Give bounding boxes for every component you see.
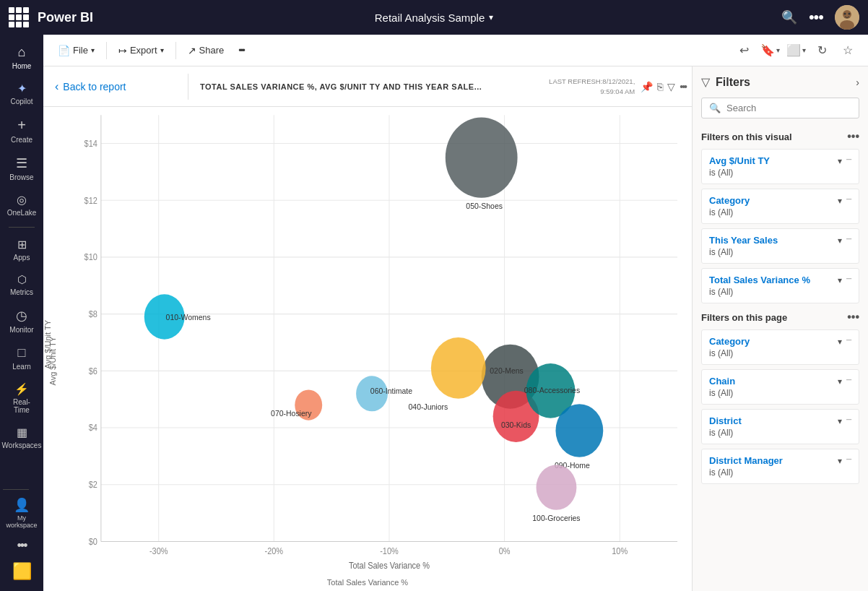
search-icon[interactable]: 🔍 <box>781 9 797 25</box>
sidebar-item-monitor[interactable]: ◷ Monitor <box>3 303 40 338</box>
top-nav: Power BI Retail Analysis Sample ▾ 🔍 ••• <box>0 0 868 35</box>
y-axis-label-text: Avg $/Unit TY <box>48 337 57 385</box>
filter-item-chain[interactable]: Chain ▾ ⎻ is (All) <box>701 369 859 405</box>
back-to-report-button[interactable]: ‹ Back to report <box>55 80 126 93</box>
share-button[interactable]: ↗ Share <box>182 41 230 60</box>
sidebar-item-browse[interactable]: ☰ Browse <box>3 151 40 186</box>
svg-text:$6: $6 <box>89 366 97 376</box>
filter-item-district-manager[interactable]: District Manager ▾ ⎻ is (All) <box>701 449 859 484</box>
bubble-050-Shoes[interactable] <box>446 117 518 197</box>
toolbar: 📄 File ▾ ↦ Export ▾ ↗ Share ••• ↩ 🔖▾ ⬜▾ … <box>43 35 868 66</box>
favorites-button[interactable]: ☆ <box>836 39 859 62</box>
filter-clear-icon[interactable]: ⎻ <box>846 156 851 166</box>
back-arrow-icon: ‹ <box>55 80 58 93</box>
breadcrumb-icons: 📌 ⎘ ▽ ••• <box>641 81 692 92</box>
filter-item-category[interactable]: Category ▾ ⎻ is (All) <box>701 329 859 365</box>
export-icon: ↦ <box>118 45 127 56</box>
filter-clear-icon[interactable]: ⎻ <box>846 337 851 347</box>
metrics-icon: ⬡ <box>17 273 27 286</box>
chart-area: Avg $/Unit TY -30%-20%-10%0%10%$0$2$4$6$… <box>43 107 692 591</box>
bubble-label-040-Juniors: 040-Juniors <box>408 402 448 412</box>
view-button[interactable]: ⬜▾ <box>784 39 807 62</box>
onelake-icon: ◎ <box>17 193 27 207</box>
sidebar-item-metrics[interactable]: ⬡ Metrics <box>3 269 40 301</box>
more-icon: ••• <box>17 538 27 553</box>
create-icon: + <box>17 117 26 134</box>
filter-clear-icon[interactable]: ⎻ <box>846 236 851 246</box>
x-axis-label: Total Sales Variance % <box>327 578 408 587</box>
waffle-menu[interactable] <box>9 7 29 27</box>
filter-icon[interactable]: ▽ <box>667 81 675 92</box>
bubble-label-100-Groceries: 100-Groceries <box>532 514 581 523</box>
filters-expand-icon[interactable]: › <box>856 77 859 88</box>
svg-text:10%: 10% <box>612 546 628 556</box>
more-options-icon[interactable]: ••• <box>809 8 823 27</box>
visual-filters-more-icon[interactable]: ••• <box>847 130 859 143</box>
pin-icon[interactable]: 📌 <box>641 81 653 92</box>
sidebar-item-create[interactable]: + Create <box>3 113 40 148</box>
bubble-label-080-Accessories: 080-Accessories <box>524 386 581 395</box>
share-label: Share <box>199 45 225 56</box>
sidebar-item-myworkspace[interactable]: 👤 My workspace <box>3 493 40 534</box>
y-axis-label-container: Avg $/Unit TY <box>45 166 60 556</box>
sidebar-item-realtime[interactable]: ⚡ Real-Time <box>3 378 40 418</box>
sidebar-item-apps[interactable]: ⊞ Apps <box>3 233 40 266</box>
svg-text:-30%: -30% <box>149 546 168 556</box>
copy-icon[interactable]: ⎘ <box>657 81 663 92</box>
visual-filters-section: Filters on this visual ••• <box>701 130 859 143</box>
filter-chevron-icon[interactable]: ▾ <box>838 376 842 387</box>
filter-clear-icon[interactable]: ⎻ <box>846 275 851 285</box>
filter-item-this-year-sales[interactable]: This Year Sales ▾ ⎻ is (All) <box>701 228 859 264</box>
sidebar-item-home-label: Home <box>12 62 32 70</box>
filters-search-icon: 🔍 <box>709 103 721 113</box>
more-visual-icon[interactable]: ••• <box>680 81 686 92</box>
filter-item-total-sales-variance-%[interactable]: Total Sales Variance % ▾ ⎻ is (All) <box>701 268 859 303</box>
filter-clear-icon[interactable]: ⎻ <box>846 456 851 466</box>
powerbi-logo-icon: 🟨 <box>12 562 32 581</box>
svg-text:$0: $0 <box>89 536 98 546</box>
filter-clear-icon[interactable]: ⎻ <box>846 416 851 426</box>
filter-item-district[interactable]: District ▾ ⎻ is (All) <box>701 409 859 444</box>
export-button[interactable]: ↦ Export ▾ <box>113 41 170 60</box>
filter-chevron-icon[interactable]: ▾ <box>838 337 842 347</box>
filter-item-avg-$/unit-ty[interactable]: Avg $/Unit TY ▾ ⎻ is (All) <box>701 149 859 184</box>
bubble-label-060-Intimate: 060-Intimate <box>370 386 412 395</box>
svg-text:$4: $4 <box>89 423 98 433</box>
breadcrumb-left: ‹ Back to report <box>43 80 188 93</box>
filter-chevron-icon[interactable]: ▾ <box>838 275 842 285</box>
filter-item-category[interactable]: Category ▾ ⎻ is (All) <box>701 189 859 224</box>
sidebar-item-copilot[interactable]: ✦ Copilot <box>3 77 40 110</box>
sidebar-item-more[interactable]: ••• <box>3 534 40 558</box>
page-filters-more-icon[interactable]: ••• <box>847 311 859 324</box>
filter-chevron-icon[interactable]: ▾ <box>838 236 842 246</box>
sidebar-item-learn[interactable]: □ Learn <box>3 341 40 375</box>
filter-clear-icon[interactable]: ⎻ <box>846 196 851 206</box>
sidebar-item-home[interactable]: ⌂ Home <box>3 40 40 74</box>
filter-chevron-icon[interactable]: ▾ <box>838 156 842 166</box>
filters-header: ▽ Filters › <box>701 75 859 89</box>
filters-search-input[interactable] <box>726 103 851 113</box>
top-nav-actions: 🔍 ••• <box>781 5 859 30</box>
bubble-090-Home[interactable] <box>555 404 603 457</box>
filter-chevron-icon[interactable]: ▾ <box>838 196 842 206</box>
sidebar-item-onelake[interactable]: ◎ OneLake <box>3 189 40 221</box>
refresh-button[interactable]: ↻ <box>810 39 833 62</box>
sidebar-item-browse-label: Browse <box>9 173 33 181</box>
avatar[interactable] <box>835 5 859 30</box>
filter-chevron-icon[interactable]: ▾ <box>838 416 842 426</box>
bubble-040-Juniors[interactable] <box>431 337 486 399</box>
file-button[interactable]: 📄 File ▾ <box>52 41 100 60</box>
svg-text:$8: $8 <box>89 309 97 319</box>
title-chevron-icon[interactable]: ▾ <box>489 12 493 22</box>
bookmark-button[interactable]: 🔖▾ <box>758 39 781 62</box>
undo-button[interactable]: ↩ <box>732 39 755 62</box>
more-toolbar-button[interactable]: ••• <box>233 41 250 59</box>
report-title: Retail Analysis Sample ▾ <box>375 12 494 24</box>
file-icon: 📄 <box>58 45 70 56</box>
filter-chevron-icon[interactable]: ▾ <box>838 456 842 466</box>
bubble-100-Groceries[interactable] <box>536 465 576 509</box>
monitor-icon: ◷ <box>16 308 27 324</box>
filter-clear-icon[interactable]: ⎻ <box>846 376 851 387</box>
sidebar-item-workspaces[interactable]: ▦ Workspaces <box>3 421 40 454</box>
svg-text:-10%: -10% <box>380 546 399 556</box>
